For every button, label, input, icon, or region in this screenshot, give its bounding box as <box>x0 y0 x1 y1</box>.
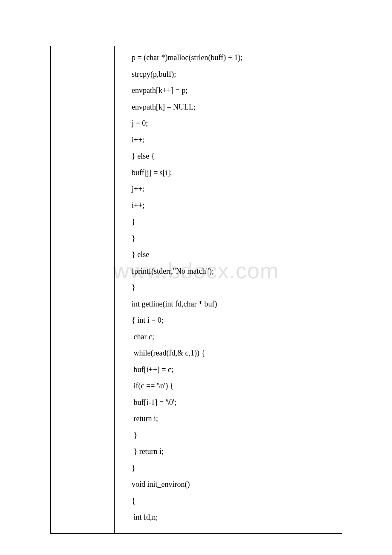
code-line: if(c == '\n') { <box>132 378 342 394</box>
code-line: while(read(fd,& c,1)) { <box>132 345 342 361</box>
code-line: } <box>132 460 342 477</box>
code-line: i++; <box>132 132 342 148</box>
code-line: } else <box>132 246 342 263</box>
code-line: j = 0; <box>132 115 342 132</box>
code-line: return i; <box>132 410 342 427</box>
code-line: p = (char *)malloc(strlen(buff) + 1); <box>132 49 342 66</box>
code-line: } <box>132 230 342 247</box>
code-line: buff[j] = s[i]; <box>132 165 342 181</box>
code-line: } <box>132 427 342 444</box>
code-line: { int i = 0; <box>132 312 342 329</box>
code-table: p = (char *)malloc(strlen(buff) + 1); st… <box>50 46 342 534</box>
code-line: envpath[k] = NULL; <box>132 99 342 116</box>
code-line: } <box>132 214 342 230</box>
code-line: char c; <box>132 329 342 345</box>
code-line: fprintf(stderr,"No match"); <box>132 263 342 280</box>
table-right-column: p = (char *)malloc(strlen(buff) + 1); st… <box>115 46 342 533</box>
code-line: } else { <box>132 148 342 165</box>
code-line: void init_environ() <box>132 476 342 493</box>
table-left-column <box>51 46 115 533</box>
code-line: } <box>132 279 342 296</box>
code-line: buf[i-1] = '\0'; <box>132 394 342 411</box>
code-line: envpath[k++] = p; <box>132 82 342 99</box>
code-line: strcpy(p,buff); <box>132 66 342 83</box>
code-line: { <box>132 493 342 509</box>
code-line: j++; <box>132 181 342 197</box>
code-line: i++; <box>132 197 342 214</box>
code-line: } return i; <box>132 443 342 460</box>
code-line: buf[i++] = c; <box>132 361 342 378</box>
code-line: int getline(int fd,char * buf) <box>132 296 342 312</box>
code-line: int fd,n; <box>132 509 342 526</box>
